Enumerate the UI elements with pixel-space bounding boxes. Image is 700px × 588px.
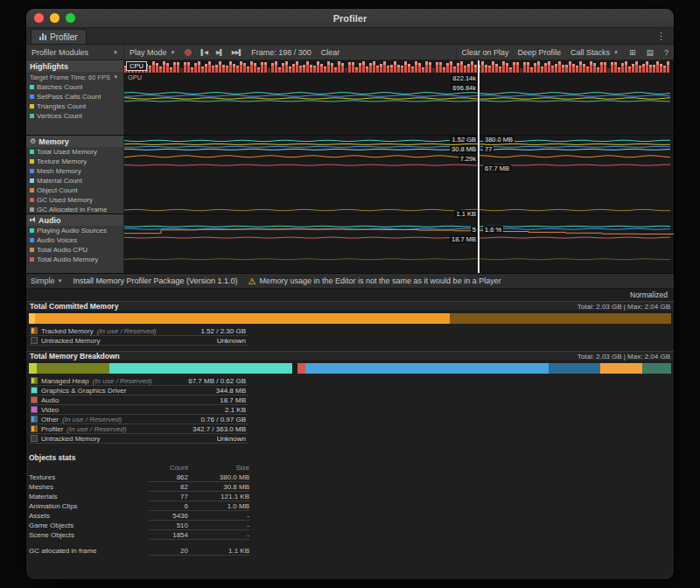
frame-bar[interactable] xyxy=(317,61,319,74)
frame-bar[interactable] xyxy=(611,62,613,73)
normalized-toggle[interactable]: Normalized xyxy=(630,290,668,299)
frame-bar[interactable] xyxy=(299,66,302,73)
frame-bar[interactable] xyxy=(656,61,659,74)
frame-bar[interactable] xyxy=(607,68,610,73)
frame-bar[interactable] xyxy=(187,62,190,73)
frame-bar[interactable] xyxy=(471,61,473,74)
frame-bar[interactable] xyxy=(418,63,421,73)
frame-bar[interactable] xyxy=(663,66,666,73)
close-button[interactable] xyxy=(34,13,44,23)
frame-bar[interactable] xyxy=(275,61,277,74)
frame-bar[interactable] xyxy=(502,61,505,74)
frame-bar[interactable] xyxy=(152,61,155,74)
frame-bar[interactable] xyxy=(565,65,568,73)
frame-bar[interactable] xyxy=(593,63,596,73)
module-header-audio[interactable]: Audio xyxy=(26,214,123,226)
frame-bar[interactable] xyxy=(180,68,183,73)
frame-bar[interactable] xyxy=(387,66,389,74)
frame-bar[interactable] xyxy=(257,67,260,73)
frame-bar[interactable] xyxy=(506,63,508,73)
minimize-button[interactable] xyxy=(50,13,60,23)
frame-bar[interactable] xyxy=(271,63,274,74)
frame-bar[interactable] xyxy=(492,61,494,74)
frame-bar[interactable] xyxy=(306,61,309,74)
frame-bar[interactable] xyxy=(464,66,466,73)
frame-bar[interactable] xyxy=(205,64,207,73)
tab-profiler[interactable]: Profiler xyxy=(31,29,87,44)
frame-bar[interactable] xyxy=(247,66,249,73)
frame-bar[interactable] xyxy=(170,67,172,73)
frame-bar[interactable] xyxy=(261,62,263,73)
frame-bar[interactable] xyxy=(614,62,617,73)
sidebar-series-item[interactable]: SetPass Calls Count xyxy=(26,92,123,102)
frame-bar[interactable] xyxy=(310,65,312,73)
frame-bar[interactable] xyxy=(513,62,515,73)
frame-bar[interactable] xyxy=(642,64,645,73)
frame-bar[interactable] xyxy=(268,68,270,73)
frame-bar[interactable] xyxy=(282,63,284,73)
module-header-memory[interactable]: ⚙ Memory xyxy=(26,136,123,147)
frame-bar[interactable] xyxy=(163,61,165,74)
frame-bar[interactable] xyxy=(551,66,554,73)
frame-bar[interactable] xyxy=(296,61,298,74)
frame-bar[interactable] xyxy=(233,64,235,73)
frame-bar[interactable] xyxy=(184,62,186,73)
frame-bar[interactable] xyxy=(191,67,193,73)
frame-bar[interactable] xyxy=(408,64,410,73)
frame-bar[interactable] xyxy=(558,61,561,74)
frame-bar[interactable] xyxy=(649,65,652,73)
frame-bar[interactable] xyxy=(327,61,330,74)
frame-bar[interactable] xyxy=(229,61,232,74)
frame-bar[interactable] xyxy=(198,61,200,74)
sidebar-series-item[interactable]: Audio Voices xyxy=(26,235,123,245)
frame-bar[interactable] xyxy=(530,67,533,73)
frame-bar[interactable] xyxy=(334,67,337,74)
zoom-button[interactable] xyxy=(66,13,75,23)
frame-bar[interactable] xyxy=(600,62,603,73)
frame-bar[interactable] xyxy=(303,65,305,73)
frame-bar[interactable] xyxy=(453,66,456,73)
frame-bar[interactable] xyxy=(362,61,365,74)
call-stacks-dropdown[interactable]: Call Stacks ▼ xyxy=(565,45,624,60)
audio-chart[interactable] xyxy=(124,214,674,273)
frame-bar[interactable] xyxy=(341,63,344,74)
frame-bar[interactable] xyxy=(625,61,627,74)
frame-bar[interactable] xyxy=(222,65,225,73)
frame-bar[interactable] xyxy=(555,64,557,73)
frame-bar[interactable] xyxy=(177,62,179,73)
frame-bar[interactable] xyxy=(527,62,529,73)
frame-bar[interactable] xyxy=(590,61,592,74)
frame-bar[interactable] xyxy=(429,62,431,73)
frame-bar[interactable] xyxy=(285,61,288,74)
frame-bar[interactable] xyxy=(635,61,638,74)
frame-bar[interactable] xyxy=(226,66,228,74)
frame-bar[interactable] xyxy=(376,66,379,73)
frame-bar[interactable] xyxy=(646,61,648,74)
frame-bar[interactable] xyxy=(569,61,571,74)
clear-button[interactable]: Clear xyxy=(317,45,345,60)
frame-bar[interactable] xyxy=(537,61,540,74)
target-frame-time-dropdown[interactable]: Target Frame Time: 60 FPS ▼ xyxy=(26,72,123,82)
sidebar-series-item[interactable]: Object Count xyxy=(26,186,123,195)
sidebar-series-item[interactable]: GC Used Memory xyxy=(26,195,123,205)
install-package-button[interactable]: Install Memory Profiler Package (Version… xyxy=(73,276,237,285)
frame-bar[interactable] xyxy=(366,66,368,73)
sidebar-series-item[interactable]: Total Audio CPU xyxy=(26,245,123,255)
frame-bar[interactable] xyxy=(215,65,218,73)
frame-bar[interactable] xyxy=(243,63,246,73)
frame-bar[interactable] xyxy=(289,66,291,73)
frame-bar[interactable] xyxy=(369,63,372,73)
frame-bar[interactable] xyxy=(621,63,624,73)
frame-bar[interactable] xyxy=(481,61,484,74)
frame-bar[interactable] xyxy=(201,66,204,73)
popout-icon[interactable]: ⊞ xyxy=(624,45,641,60)
committed-memory-bar[interactable] xyxy=(29,313,671,324)
frame-bar[interactable] xyxy=(331,63,333,73)
record-button[interactable] xyxy=(180,45,196,60)
frame-bar[interactable] xyxy=(404,61,407,74)
sidebar-series-item[interactable]: Material Count xyxy=(26,176,123,186)
frame-bar[interactable] xyxy=(254,63,256,73)
frame-bar[interactable] xyxy=(219,61,221,74)
frame-bar[interactable] xyxy=(639,66,641,73)
frame-bar[interactable] xyxy=(348,62,351,73)
